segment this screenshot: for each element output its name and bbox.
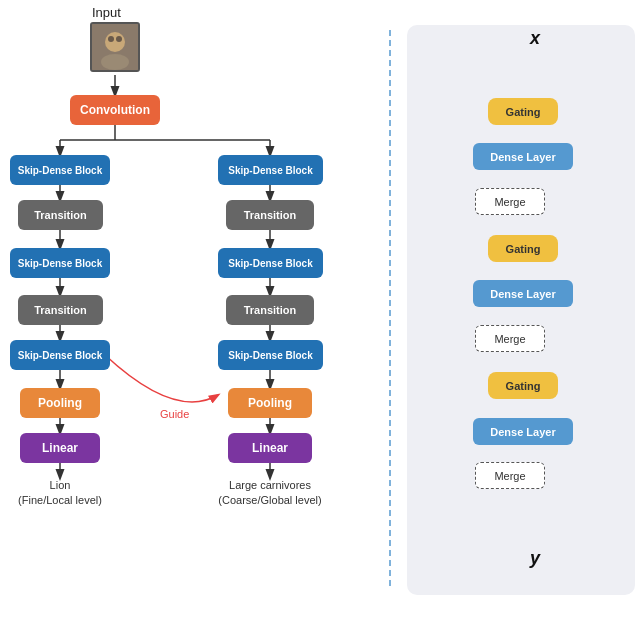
right-skip-dense-3: Skip-Dense Block: [218, 340, 323, 370]
left-transition-2: Transition: [18, 295, 103, 325]
merge-2: Merge: [475, 325, 545, 352]
diagram-container: Input Convolution Skip-Dense Block Trans…: [0, 0, 640, 624]
dense-layer-2: Dense Layer: [473, 280, 573, 307]
left-skip-dense-2: Skip-Dense Block: [10, 248, 110, 278]
right-skip-dense-1: Skip-Dense Block: [218, 155, 323, 185]
left-skip-dense-1: Skip-Dense Block: [10, 155, 110, 185]
gating-1: Gating: [488, 98, 558, 125]
input-label: Input: [92, 5, 121, 20]
right-pooling: Pooling: [228, 388, 312, 418]
svg-point-43: [108, 36, 114, 42]
left-output-label: Lion(Fine/Local level): [5, 478, 115, 509]
left-pooling: Pooling: [20, 388, 100, 418]
svg-point-44: [116, 36, 122, 42]
left-transition-1: Transition: [18, 200, 103, 230]
gating-2: Gating: [488, 235, 558, 262]
left-linear: Linear: [20, 433, 100, 463]
right-transition-1: Transition: [226, 200, 314, 230]
dense-layer-1: Dense Layer: [473, 143, 573, 170]
x-axis-label: x: [530, 28, 540, 49]
left-skip-dense-3: Skip-Dense Block: [10, 340, 110, 370]
gating-3: Gating: [488, 372, 558, 399]
svg-point-41: [105, 32, 125, 52]
y-axis-label: y: [530, 548, 540, 569]
convolution-node: Convolution: [70, 95, 160, 125]
right-transition-2: Transition: [226, 295, 314, 325]
merge-3: Merge: [475, 462, 545, 489]
right-output-label: Large carnivores(Coarse/Global level): [205, 478, 335, 509]
right-skip-dense-2: Skip-Dense Block: [218, 248, 323, 278]
guide-label: Guide: [160, 408, 189, 420]
svg-point-42: [101, 54, 129, 70]
dense-layer-3: Dense Layer: [473, 418, 573, 445]
input-image: [90, 22, 140, 72]
right-linear: Linear: [228, 433, 312, 463]
merge-1: Merge: [475, 188, 545, 215]
